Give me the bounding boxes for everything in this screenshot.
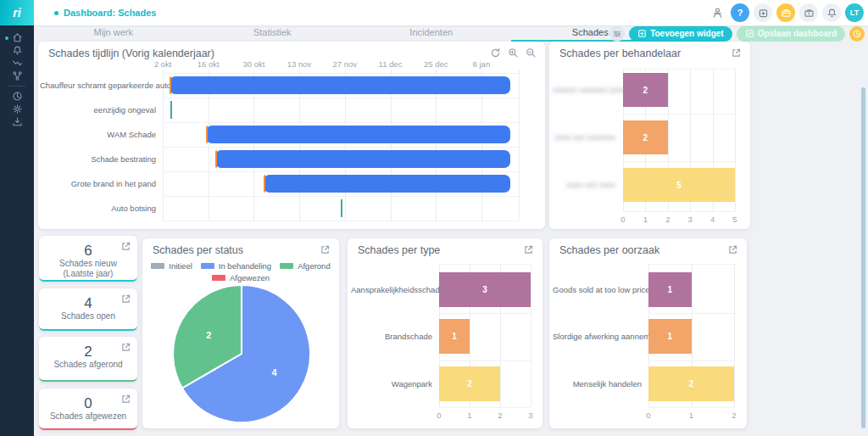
- kpi-value: 6: [39, 243, 137, 260]
- bar-slordige-afwerking-aannemer[interactable]: 1: [648, 319, 692, 354]
- calendar-add-button[interactable]: [754, 3, 772, 22]
- sidebar-item-workflow[interactable]: [0, 70, 34, 82]
- gridline: [439, 264, 531, 265]
- pie-legend: InitieelIn behandelingAfgerondAfgewezen: [142, 261, 339, 282]
- active-indicator-dot: [5, 36, 8, 40]
- bar-category-label: Menselijk handelen: [553, 366, 642, 401]
- gantt-milestone-auto-botsing[interactable]: [341, 199, 342, 217]
- gridline: [439, 407, 531, 408]
- user-avatar[interactable]: LT: [845, 3, 864, 22]
- gridline: [735, 69, 736, 211]
- bar-brandschade[interactable]: 1: [439, 319, 470, 354]
- gantt-bar-grote-brand-in-het-pand[interactable]: [264, 175, 510, 193]
- legend-item-initieel[interactable]: Initieel: [151, 261, 192, 271]
- x-tick-label: 3: [528, 411, 532, 420]
- gridline: [734, 264, 735, 407]
- gridline: [163, 221, 519, 221]
- tab-statistiek[interactable]: Statistiek: [193, 25, 353, 42]
- x-tick-label: 16 okt: [198, 59, 220, 69]
- gridline: [648, 313, 734, 314]
- gridline: [648, 407, 734, 408]
- plus-square-icon: [637, 29, 647, 38]
- bar-menselijk-handelen[interactable]: 2: [648, 366, 734, 401]
- tab-mijn-werk[interactable]: Mijn werk: [34, 25, 193, 42]
- app-logo[interactable]: ri: [0, 0, 34, 25]
- widget-schades-per-oorzaak: Schades per oorzaak 012Goods sold at too…: [549, 238, 747, 428]
- sidebar-item-alerts[interactable]: [0, 44, 34, 57]
- workflow-icon: [12, 70, 23, 81]
- gridline: [163, 122, 519, 123]
- gridline: [519, 70, 520, 221]
- accessibility-person-icon[interactable]: [708, 3, 726, 22]
- vertical-scrollbar-thumb[interactable]: [861, 87, 865, 428]
- gridline: [163, 73, 519, 74]
- legend-item-afgerond[interactable]: Afgerond: [280, 261, 331, 271]
- gridline: [163, 196, 519, 197]
- x-tick-label: 2: [732, 411, 736, 420]
- gridline: [623, 69, 735, 70]
- save-dashboard-button[interactable]: Opslaan dashboard: [737, 26, 845, 42]
- gantt-bar-schade-bestrating[interactable]: [215, 150, 510, 168]
- gantt-bar-chauffeur-schramt-geparkeerde-auto[interactable]: [170, 76, 510, 94]
- kpi-label: Schades open: [44, 311, 132, 321]
- sidebar-nav: [0, 25, 34, 436]
- gantt-row-label: Schade bestrating: [40, 147, 156, 171]
- x-tick-label: 13 nov: [287, 59, 312, 69]
- help-button[interactable]: ?: [731, 3, 749, 22]
- x-tick-label: 1: [689, 411, 693, 420]
- widget-schades-per-behandelaar: Schades per behandelaar 012345xxxxxx xxx…: [549, 42, 750, 229]
- gridline: [163, 98, 519, 98]
- bar-value-label: 3: [482, 285, 487, 294]
- sidebar-item-import[interactable]: [0, 115, 34, 128]
- bar-start-cap: [264, 175, 265, 193]
- gridline: [163, 70, 164, 221]
- notifications-bell-button[interactable]: [822, 3, 841, 22]
- kpi-card-schades-nieuw-laatste-jaar: 6Schades nieuw (Laatste jaar): [39, 236, 137, 282]
- kpi-label: Schades nieuw (Laatste jaar): [44, 259, 132, 278]
- history-button[interactable]: [849, 26, 865, 42]
- bar-xxxx-xxx-xxxxxxx[interactable]: 2: [623, 120, 668, 154]
- top-bar: ri Dashboard: Schades ? LT: [0, 0, 868, 25]
- bar-xxxxxx-xxxxxxx-xxxx[interactable]: 2: [623, 73, 668, 107]
- trend-line-icon: [12, 58, 23, 69]
- bar-start-cap: [215, 150, 217, 168]
- bar-goods-sold-at-too-low-prices[interactable]: 1: [648, 272, 692, 307]
- x-tick-label: 30 okt: [242, 59, 264, 69]
- widget-schades-per-type: Schades per type 0123Aansprakelijkheidss…: [348, 238, 542, 428]
- bar-start-cap: [170, 76, 171, 94]
- gantt-row-label: eenzijdig ongeval: [40, 98, 156, 122]
- bar-aansprakelijkheidsschade[interactable]: 3: [439, 272, 531, 307]
- dashboard-filter-button[interactable]: [609, 26, 625, 42]
- legend-item-in-behandeling[interactable]: In behandeling: [201, 261, 271, 271]
- kpi-card-schades-open: 4Schades open: [39, 288, 137, 331]
- bar-value-label: 2: [643, 133, 648, 143]
- sidebar-item-home[interactable]: [0, 31, 34, 44]
- legend-label: Afgerond: [298, 261, 331, 271]
- gridline: [623, 114, 735, 115]
- bar-wagenpark[interactable]: 2: [439, 366, 500, 401]
- sidebar-item-activity[interactable]: [0, 57, 34, 70]
- save-dashboard-label: Opslaan dashboard: [758, 29, 837, 38]
- sidebar-item-reports[interactable]: [0, 90, 34, 103]
- topbar-actions: ? LT: [708, 3, 864, 22]
- sidebar-item-settings[interactable]: [0, 103, 34, 115]
- x-tick-label: 0: [620, 215, 625, 224]
- gantt-row-label: WAM Schade: [40, 122, 156, 147]
- x-tick-label: 0: [646, 411, 650, 420]
- gantt-milestone-eenzijdig-ongeval[interactable]: [170, 101, 172, 119]
- legend-row: InitieelIn behandelingAfgerond: [142, 261, 339, 271]
- x-tick-label: 2 okt: [154, 59, 172, 69]
- tab-incidenten[interactable]: Incidenten: [352, 25, 511, 42]
- gridline: [648, 264, 734, 265]
- bar-xxxx-xxx-xxxx[interactable]: 5: [623, 168, 735, 202]
- add-widget-button[interactable]: Toevoegen widget: [629, 26, 732, 42]
- legend-swatch: [212, 275, 225, 281]
- briefcase-button[interactable]: [776, 3, 795, 22]
- breadcrumb[interactable]: Dashboard: Schades: [54, 0, 156, 25]
- gantt-bar-wam-schade[interactable]: [206, 126, 510, 143]
- x-tick-label: 5: [732, 215, 737, 224]
- gridline: [531, 264, 531, 407]
- toolbox-button[interactable]: [799, 3, 818, 22]
- x-tick-label: 0: [437, 411, 441, 420]
- legend-label: In behandeling: [219, 261, 271, 271]
